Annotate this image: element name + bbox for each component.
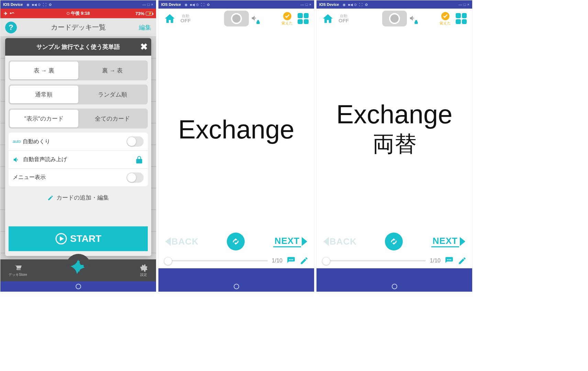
auto-voice-label: 自動音声読み上げ <box>23 156 67 163</box>
flip-icon <box>231 237 241 246</box>
grid-button[interactable] <box>456 13 467 24</box>
home-circle-icon[interactable] <box>76 284 81 289</box>
voice-button[interactable] <box>251 14 258 23</box>
progress-slider[interactable] <box>322 260 426 261</box>
close-button[interactable]: × <box>467 2 469 7</box>
seg-back-to-front[interactable]: 裏 → 表 <box>78 61 147 79</box>
center-camera-icon[interactable] <box>382 11 407 26</box>
svg-point-5 <box>289 259 290 260</box>
minimize-button[interactable]: — <box>142 2 146 7</box>
learned-button[interactable]: 覚えた <box>281 12 293 26</box>
emulator-titlebar: IOS Device ◉ ■◀ ⊙ ⛶ ✿ — □ × <box>158 0 314 9</box>
progress-text: 1/10 <box>272 258 282 264</box>
close-button[interactable]: × <box>309 2 311 7</box>
wifi-icon: ⬿ <box>10 11 14 16</box>
maximize-button[interactable]: □ <box>147 2 150 7</box>
seg-normal-order[interactable]: 通常順 <box>10 86 78 103</box>
next-label: NEXT <box>273 236 301 247</box>
seg-front-back[interactable]: 表 → 裏 裏 → 表 <box>9 60 148 80</box>
back-button[interactable]: BACK <box>165 236 199 247</box>
status-time: 午後 9:18 <box>71 10 90 16</box>
emulator-title: IOS Device <box>319 2 339 7</box>
gear-icon[interactable]: ✿ <box>206 3 210 7</box>
edit-cards-label: カードの追加・編集 <box>56 194 109 202</box>
video-icon[interactable]: ■◀ <box>32 3 35 7</box>
close-button[interactable]: × <box>151 2 153 7</box>
gears-icon <box>140 263 148 272</box>
next-button[interactable]: NEXT <box>431 236 465 247</box>
auto-tag: auto <box>13 139 21 144</box>
fullscreen-icon[interactable]: ⛶ <box>43 3 46 7</box>
chevron-right-icon <box>302 237 307 246</box>
gear-icon[interactable]: ✿ <box>48 3 52 7</box>
row-auto-flip: auto 自動めくり <box>9 133 148 150</box>
seg-all-cards[interactable]: 全てのカード <box>78 110 147 127</box>
auto-label-2: OFF <box>339 18 349 24</box>
fullscreen-icon[interactable]: ⛶ <box>359 3 363 7</box>
learned-button[interactable]: 覚えた <box>440 12 451 26</box>
emulator-nav <box>317 281 472 292</box>
seg-random-order[interactable]: ランダム順 <box>78 86 147 103</box>
close-icon[interactable]: ✖ <box>140 42 148 52</box>
seg-order[interactable]: 通常順 ランダム順 <box>9 85 148 104</box>
fullscreen-icon[interactable]: ⛶ <box>201 3 204 7</box>
maximize-button[interactable]: □ <box>464 2 466 7</box>
next-button[interactable]: NEXT <box>273 236 307 247</box>
auto-flip-toggle[interactable] <box>126 136 144 147</box>
record-icon <box>67 12 69 15</box>
auto-toggle[interactable]: 自動 OFF <box>339 14 349 24</box>
start-button[interactable]: START <box>9 226 148 251</box>
seg-filter[interactable]: "表示"のカード 全てのカード <box>9 109 148 128</box>
minimize-button[interactable]: — <box>458 2 462 7</box>
voice-button[interactable] <box>409 14 417 23</box>
flip-button[interactable] <box>385 233 403 250</box>
center-camera-icon[interactable] <box>224 11 249 26</box>
cart-icon <box>14 263 22 272</box>
flip-button[interactable] <box>227 233 245 250</box>
home-circle-icon[interactable] <box>234 284 239 289</box>
camera-icon[interactable]: ◉ <box>184 3 188 7</box>
tab-store-label: デッキStore <box>9 272 27 277</box>
card-front-text: Exchange <box>336 99 452 129</box>
pencil-icon <box>47 195 54 201</box>
emulator-title: IOS Device <box>3 2 23 7</box>
add-button[interactable] <box>66 254 91 279</box>
chevron-left-icon <box>165 237 171 246</box>
auto-toggle[interactable]: 自動 OFF <box>180 14 191 24</box>
pencil-icon[interactable] <box>458 256 467 265</box>
video-icon[interactable]: ■◀ <box>190 3 193 7</box>
edit-button[interactable]: 編集 <box>139 23 151 32</box>
gear-icon[interactable]: ✿ <box>364 3 368 7</box>
headphone-icon[interactable]: ⊙ <box>195 3 199 7</box>
svg-point-10 <box>448 259 450 260</box>
comment-icon[interactable] <box>445 256 454 265</box>
home-circle-icon[interactable] <box>392 284 397 289</box>
tab-store[interactable]: デッキStore <box>9 263 27 277</box>
home-button[interactable] <box>164 13 176 24</box>
seg-visible-cards[interactable]: "表示"のカード <box>10 110 78 127</box>
camera-icon[interactable]: ◉ <box>342 3 346 7</box>
back-button[interactable]: BACK <box>323 236 357 247</box>
lock-icon[interactable] <box>135 155 144 164</box>
maximize-button[interactable]: □ <box>306 2 308 7</box>
progress-slider[interactable] <box>164 260 268 261</box>
camera-icon[interactable]: ◉ <box>26 3 30 7</box>
video-icon[interactable]: ■◀ <box>348 3 352 7</box>
flashcard[interactable]: Exchange 両替 <box>317 29 472 230</box>
minimize-button[interactable]: — <box>300 2 304 7</box>
edit-cards-button[interactable]: カードの追加・編集 <box>9 190 148 205</box>
tab-settings[interactable]: 設定 <box>140 263 148 277</box>
headphone-icon[interactable]: ⊙ <box>353 3 357 7</box>
auto-label-1: 自動 <box>182 14 189 18</box>
grid-button[interactable] <box>298 13 309 24</box>
battery-icon: ⚡ <box>146 12 153 15</box>
comment-icon[interactable] <box>287 256 296 265</box>
home-button[interactable] <box>322 13 334 24</box>
seg-front-to-back[interactable]: 表 → 裏 <box>10 61 78 79</box>
headphone-icon[interactable]: ⊙ <box>37 3 41 7</box>
menu-display-toggle[interactable] <box>126 172 144 183</box>
flashcard[interactable]: Exchange <box>158 29 314 230</box>
pencil-icon[interactable] <box>300 256 309 265</box>
lock-icon <box>414 20 419 24</box>
help-button[interactable]: ? <box>5 22 17 33</box>
